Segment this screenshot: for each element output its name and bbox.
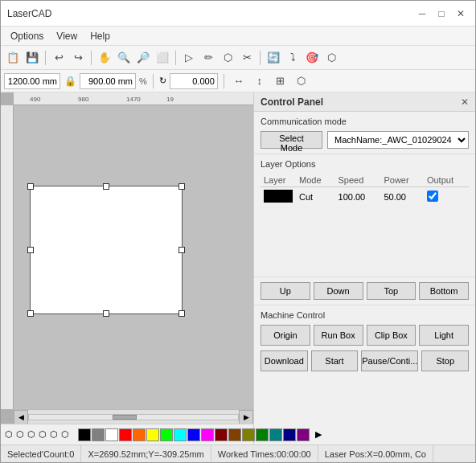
angle-input[interactable] [170, 73, 218, 89]
comm-mode-section: Communication mode Select Mode MachName:… [254, 112, 475, 154]
h-scroll-track[interactable] [28, 414, 239, 420]
layer-color-box [264, 190, 293, 203]
palette-more-btn[interactable]: ▶ [310, 427, 326, 443]
select-mode-button[interactable]: Select Mode [261, 131, 322, 149]
mirror-v-btn[interactable]: ↕ [251, 72, 269, 90]
sep3 [175, 51, 176, 65]
top-button[interactable]: Top [367, 282, 416, 300]
shape-btn[interactable]: ⬡ [219, 49, 236, 67]
layer-power: 50.00 [380, 187, 424, 207]
bottom-btn-6[interactable]: ⬡ [60, 427, 70, 443]
height-input[interactable] [80, 73, 136, 89]
cut-btn[interactable]: ✂ [238, 49, 256, 67]
hand-btn[interactable]: ✋ [96, 49, 113, 67]
extra-btn[interactable]: ⬡ [322, 49, 340, 67]
bottom-btn-1[interactable]: ⬡ [4, 427, 14, 443]
undo-btn[interactable]: ↩ [50, 49, 68, 67]
mirror-h-btn[interactable]: ↔ [230, 72, 248, 90]
layer-row-0[interactable]: Cut 100.00 50.00 [261, 187, 469, 207]
swatch-darkred[interactable] [215, 428, 228, 441]
swatch-navy[interactable] [283, 428, 296, 441]
h-scrollbar[interactable]: ◀ ▶ [14, 409, 253, 424]
machine-row1: Origin Run Box Clip Box Light [261, 325, 469, 346]
bottom-btn-3[interactable]: ⬡ [27, 427, 36, 443]
bottom-button[interactable]: Bottom [419, 282, 469, 300]
menu-help[interactable]: Help [84, 29, 117, 43]
flip-btn[interactable]: ⤵ [284, 49, 302, 67]
clip-box-button[interactable]: Clip Box [367, 325, 416, 346]
save-btn[interactable]: 💾 [23, 49, 41, 67]
panel-close-button[interactable]: ✕ [461, 96, 469, 108]
lock-button[interactable]: 🔒 [64, 75, 76, 88]
swatch-darkgreen[interactable] [256, 428, 269, 441]
zoom-in-btn[interactable]: 🔍 [115, 49, 133, 67]
sep2 [91, 51, 92, 65]
distribute-btn[interactable]: ⬡ [293, 72, 310, 90]
pause-continue-button[interactable]: Pause/Conti... [361, 350, 418, 371]
swatch-magenta[interactable] [201, 428, 214, 441]
align-btn[interactable]: ⊞ [272, 72, 289, 90]
origin-button[interactable]: Origin [261, 325, 310, 346]
swatch-teal[interactable] [269, 428, 282, 441]
sep5 [153, 74, 154, 88]
app-window: LaserCAD ─ □ ✕ Options View Help 📋 💾 ↩ ↪… [0, 0, 476, 463]
swatch-blue[interactable] [187, 428, 200, 441]
download-button[interactable]: Download [261, 350, 308, 371]
swatch-red[interactable] [119, 428, 132, 441]
col-output: Output [424, 174, 469, 187]
swatch-orange[interactable] [133, 428, 146, 441]
canvas-region[interactable]: 490 980 1470 19 [1, 92, 253, 424]
layer-buttons: Up Down Top Bottom [254, 277, 475, 305]
draw-btn[interactable]: ✏ [199, 49, 217, 67]
layer-output[interactable] [424, 187, 469, 207]
machine-select[interactable]: MachName:_AWC_01029024 [327, 131, 469, 149]
zoom-fit-btn[interactable]: ⬜ [154, 49, 171, 67]
select-btn[interactable]: ▷ [180, 49, 198, 67]
maximize-button[interactable]: □ [433, 6, 449, 22]
swatch-yellow[interactable] [146, 428, 159, 441]
bottom-btn-5[interactable]: ⬡ [49, 427, 59, 443]
target-btn[interactable]: 🎯 [303, 49, 321, 67]
redo-btn[interactable]: ↪ [69, 49, 87, 67]
measurement-toolbar: 🔒 % ↻ ↔ ↕ ⊞ ⬡ [1, 70, 475, 92]
menu-options[interactable]: Options [4, 29, 50, 43]
swatch-gray[interactable] [92, 428, 105, 441]
zoom-out-btn[interactable]: 🔎 [134, 49, 152, 67]
bottom-btn-2[interactable]: ⬡ [15, 427, 25, 443]
handle-tr [178, 183, 185, 190]
scroll-left-btn[interactable]: ◀ [14, 410, 28, 424]
layer-output-checkbox[interactable] [427, 191, 438, 202]
bottom-btn-4[interactable]: ⬡ [38, 427, 47, 443]
status-selected: Selected'Count:0 [1, 445, 81, 462]
down-button[interactable]: Down [314, 282, 363, 300]
ruler-tick-1470: 1470 [126, 96, 141, 103]
bottom-toolbar: ⬡ ⬡ ⬡ ⬡ ⬡ ⬡ [1, 424, 253, 445]
light-button[interactable]: Light [419, 325, 469, 346]
ruler-tick-490: 490 [30, 96, 40, 103]
menu-view[interactable]: View [50, 29, 84, 43]
v-ruler [1, 105, 14, 409]
h-scroll-thumb[interactable] [113, 415, 137, 420]
close-button[interactable]: ✕ [453, 6, 469, 22]
width-input[interactable] [4, 73, 60, 89]
canvas-drawing-area[interactable] [14, 105, 253, 409]
swatch-purple[interactable] [297, 428, 310, 441]
start-button[interactable]: Start [311, 350, 359, 371]
swatch-white[interactable] [105, 428, 118, 441]
rotate-btn[interactable]: 🔄 [265, 49, 282, 67]
copy-btn[interactable]: 📋 [4, 49, 22, 67]
minimize-button[interactable]: ─ [414, 6, 430, 22]
swatch-olive[interactable] [242, 428, 255, 441]
scroll-right-btn[interactable]: ▶ [239, 410, 253, 424]
swatch-black[interactable] [78, 428, 91, 441]
run-box-button[interactable]: Run Box [314, 325, 363, 346]
ruler-tick-19: 19 [166, 96, 174, 103]
up-button[interactable]: Up [261, 282, 310, 300]
swatch-cyan[interactable] [174, 428, 187, 441]
swatch-brown[interactable] [228, 428, 241, 441]
panel-title-bar: Control Panel ✕ [254, 92, 475, 112]
sep6 [224, 74, 224, 88]
swatch-green[interactable] [160, 428, 173, 441]
stop-button[interactable]: Stop [421, 350, 469, 371]
sep1 [45, 51, 46, 65]
